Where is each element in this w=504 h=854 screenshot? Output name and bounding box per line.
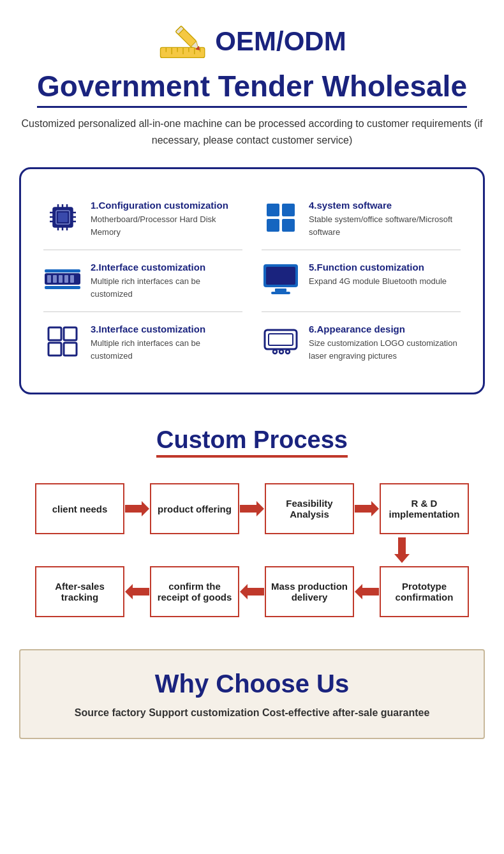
svg-marker-58 bbox=[355, 584, 379, 599]
arrow-left-1 bbox=[124, 582, 150, 601]
custom-item-6: 6.Appearance design Size customization L… bbox=[252, 312, 470, 373]
svg-rect-40 bbox=[266, 267, 295, 285]
svg-rect-46 bbox=[64, 343, 77, 356]
svg-rect-14 bbox=[58, 213, 68, 222]
arrow-down-icon bbox=[357, 534, 447, 566]
svg-rect-47 bbox=[265, 330, 297, 349]
header-top: OEM/ODM bbox=[13, 19, 491, 64]
down-arrow-connector bbox=[13, 534, 491, 566]
svg-rect-45 bbox=[48, 343, 61, 356]
custom-item-2-title: 2.Interface customization bbox=[91, 262, 242, 273]
windows-icon bbox=[262, 200, 300, 235]
oem-title: OEM/ODM bbox=[215, 26, 346, 57]
process-box-client: client needs bbox=[35, 483, 124, 534]
arrow-left-3 bbox=[354, 582, 380, 601]
svg-marker-54 bbox=[355, 501, 379, 516]
svg-point-49 bbox=[273, 350, 277, 354]
svg-marker-55 bbox=[394, 537, 410, 563]
process-section: Custom Process client needs product offe… bbox=[0, 407, 504, 636]
subtitle: Customized personalized all-in-one machi… bbox=[13, 116, 491, 148]
svg-rect-36 bbox=[70, 275, 74, 283]
arrow-right-1 bbox=[124, 499, 150, 518]
custom-item-3: 3.Interface customization Multiple rich … bbox=[34, 312, 252, 373]
customization-box: 1.Configuration customization Motherboar… bbox=[19, 167, 485, 394]
custom-item-5: 5.Function customization Expand 4G modul… bbox=[252, 250, 470, 311]
svg-rect-37 bbox=[45, 269, 80, 273]
process-box-product: product offering bbox=[150, 483, 239, 534]
custom-item-5-title: 5.Function customization bbox=[309, 262, 447, 273]
svg-rect-27 bbox=[267, 204, 279, 216]
svg-rect-34 bbox=[59, 275, 63, 283]
custom-item-2-text: 2.Interface customization Multiple rich … bbox=[91, 262, 242, 300]
custom-item-3-desc: Multiple rich interfaces can be customiz… bbox=[91, 337, 242, 362]
custom-item-1-text: 1.Configuration customization Motherboar… bbox=[91, 200, 242, 238]
custom-item-1-title: 1.Configuration customization bbox=[91, 200, 242, 211]
process-box-mass: Mass production delivery bbox=[265, 566, 354, 617]
gov-title: Government Tender Wholesale bbox=[37, 69, 467, 108]
process-row-2: After-sales tracking confirm the receipt… bbox=[13, 566, 491, 617]
custom-item-2-desc: Multiple rich interfaces can be customiz… bbox=[91, 275, 242, 300]
svg-marker-57 bbox=[240, 584, 264, 599]
svg-rect-28 bbox=[282, 204, 295, 216]
custom-item-2: 2.Interface customization Multiple rich … bbox=[34, 250, 252, 311]
ports-icon bbox=[43, 262, 82, 297]
svg-rect-32 bbox=[47, 275, 51, 283]
custom-item-6-title: 6.Appearance design bbox=[309, 324, 461, 334]
svg-rect-30 bbox=[282, 219, 295, 232]
process-box-confirm: confirm the receipt of goods bbox=[150, 566, 239, 617]
arrow-left-2 bbox=[239, 582, 265, 601]
svg-rect-35 bbox=[64, 275, 68, 283]
process-title-wrap: Custom Process bbox=[13, 426, 491, 483]
custom-item-5-desc: Expand 4G module Bluetooth module bbox=[309, 275, 447, 288]
arrow-right-2 bbox=[239, 499, 265, 518]
process-title: Custom Process bbox=[156, 426, 348, 458]
custom-grid: 1.Configuration customization Motherboar… bbox=[34, 188, 470, 373]
custom-item-4-title: 4.system software bbox=[309, 200, 461, 211]
arrow-right-3 bbox=[354, 499, 380, 518]
svg-marker-56 bbox=[125, 584, 149, 599]
device-icon bbox=[262, 324, 300, 359]
svg-rect-44 bbox=[64, 327, 77, 340]
custom-item-6-text: 6.Appearance design Size customization L… bbox=[309, 324, 461, 362]
svg-rect-38 bbox=[45, 286, 80, 289]
why-subtitle: Source factory Support customization Cos… bbox=[33, 707, 471, 719]
process-box-aftersales: After-sales tracking bbox=[35, 566, 124, 617]
custom-item-1: 1.Configuration customization Motherboar… bbox=[34, 188, 252, 250]
custom-item-6-desc: Size customization LOGO customization la… bbox=[309, 337, 461, 362]
custom-item-1-desc: Motherboard/Processor Hard Disk Memory bbox=[91, 213, 242, 238]
process-row-1: client needs product offering Feasibilit… bbox=[13, 483, 491, 534]
why-title: Why Choose Us bbox=[33, 670, 471, 698]
cpu-icon bbox=[43, 200, 82, 235]
custom-item-3-title: 3.Interface customization bbox=[91, 324, 242, 334]
apps-icon bbox=[43, 324, 82, 359]
svg-rect-42 bbox=[271, 292, 290, 294]
svg-rect-33 bbox=[53, 275, 57, 283]
svg-rect-43 bbox=[48, 327, 61, 340]
svg-point-50 bbox=[279, 350, 283, 354]
why-section: Why Choose Us Source factory Support cus… bbox=[19, 649, 485, 739]
svg-rect-41 bbox=[275, 288, 286, 292]
custom-item-4: 4.system software Stable system/office s… bbox=[252, 188, 470, 250]
custom-item-3-text: 3.Interface customization Multiple rich … bbox=[91, 324, 242, 362]
custom-item-4-desc: Stable system/office software/Microsoft … bbox=[309, 213, 461, 238]
process-box-rd: R & D implementation bbox=[380, 483, 469, 534]
svg-rect-48 bbox=[269, 334, 293, 345]
svg-rect-29 bbox=[267, 219, 279, 232]
process-box-prototype: Prototype confirmation bbox=[380, 566, 469, 617]
svg-marker-53 bbox=[240, 501, 264, 516]
svg-point-51 bbox=[286, 350, 290, 354]
custom-item-5-text: 5.Function customization Expand 4G modul… bbox=[309, 262, 447, 288]
pencil-ruler-icon bbox=[158, 19, 209, 64]
header-section: OEM/ODM Government Tender Wholesale Cust… bbox=[0, 0, 504, 154]
custom-item-4-text: 4.system software Stable system/office s… bbox=[309, 200, 461, 238]
svg-marker-52 bbox=[125, 501, 149, 516]
process-box-feasibility: Feasibility Analysis bbox=[265, 483, 354, 534]
monitor-icon bbox=[262, 262, 300, 297]
